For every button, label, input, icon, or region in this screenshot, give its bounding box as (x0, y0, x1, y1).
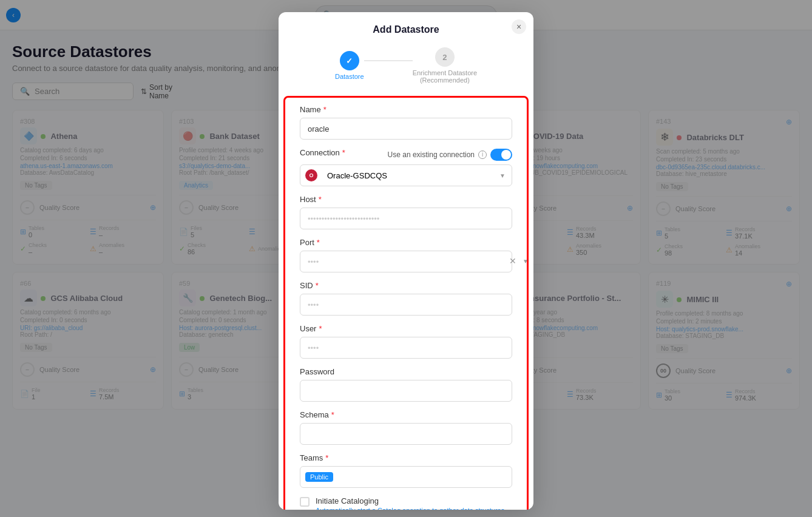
schema-label: Schema * (300, 410, 512, 419)
info-icon[interactable]: i (478, 150, 487, 159)
teams-chevron-down-icon[interactable]: ▼ (523, 258, 529, 265)
use-existing-toggle[interactable] (490, 149, 512, 161)
modal-title: Add Datastore (279, 12, 533, 35)
sid-form-group: SID * (300, 281, 512, 316)
modal-overlay: × Add Datastore ✓ Datastore 2 Enrichment… (0, 0, 812, 517)
step-2-label: Enrichment Datastore(Recommended) (413, 69, 477, 84)
password-form-group: Password (300, 367, 512, 402)
teams-required-star: * (325, 453, 328, 462)
teams-input[interactable]: Public ✕ ▼ (300, 466, 512, 488)
public-tag: Public (305, 472, 333, 482)
initiate-cataloging-checkbox[interactable] (300, 497, 310, 507)
close-icon-label: × (516, 22, 521, 32)
user-input[interactable] (300, 337, 512, 359)
teams-tag-label: Public (310, 473, 328, 481)
clear-teams-button[interactable]: ✕ (509, 256, 516, 266)
add-datastore-modal: × Add Datastore ✓ Datastore 2 Enrichment… (279, 12, 533, 510)
step-2-enrichment[interactable]: 2 Enrichment Datastore(Recommended) (413, 47, 477, 84)
host-input[interactable] (300, 208, 512, 229)
initiate-cataloging-content: Initiate Cataloging Automatically start … (316, 496, 512, 510)
teams-form-group: Teams * Public ✕ ▼ (300, 453, 512, 488)
password-label: Password (300, 367, 512, 376)
step-1-datastore[interactable]: ✓ Datastore (335, 51, 364, 80)
step-2-circle: 2 (435, 47, 455, 67)
name-input[interactable] (300, 118, 512, 140)
step-1-circle: ✓ (340, 51, 359, 70)
connection-value-text: Oracle-GSDCQS (327, 171, 387, 180)
connection-label: Connection * (300, 148, 345, 157)
stepper: ✓ Datastore 2 Enrichment Datastore(Recom… (279, 35, 533, 96)
modal-form-body: Name * Connection * Use an existing conn… (283, 96, 529, 510)
step-line (364, 60, 413, 61)
host-required-star: * (319, 195, 322, 204)
port-form-group: Port * (300, 238, 512, 272)
host-form-group: Host * (300, 195, 512, 229)
connection-select[interactable]: O Oracle-GSDCQS ▼ (300, 164, 512, 186)
sid-label: SID * (300, 281, 512, 290)
oracle-icon: O (305, 169, 317, 181)
name-form-group: Name * (300, 98, 512, 140)
port-required-star: * (317, 238, 320, 247)
port-label: Port * (300, 238, 512, 247)
password-input[interactable] (300, 380, 512, 402)
schema-required-star: * (331, 410, 334, 419)
name-required-star: * (323, 105, 326, 114)
connection-form-group: Connection * Use an existing connection … (300, 148, 512, 186)
use-existing-label: Use an existing connection (388, 150, 475, 159)
modal-close-button[interactable]: × (512, 19, 526, 34)
connection-required-star: * (342, 148, 345, 157)
use-existing-toggle-row: Use an existing connection i (388, 149, 512, 161)
sid-input[interactable] (300, 294, 512, 316)
sid-required-star: * (316, 281, 319, 290)
port-input[interactable] (300, 251, 512, 272)
user-label: User * (300, 324, 512, 333)
select-chevron-down-icon: ▼ (499, 172, 506, 179)
step-1-label: Datastore (335, 73, 364, 80)
host-label: Host * (300, 195, 512, 204)
schema-form-group: Schema * (300, 410, 512, 445)
user-form-group: User * (300, 324, 512, 359)
name-label: Name * (300, 105, 512, 114)
teams-label: Teams * (300, 453, 512, 462)
initiate-cataloging-row: Initiate Cataloging Automatically start … (300, 496, 512, 510)
user-required-star: * (319, 324, 322, 333)
schema-input[interactable] (300, 423, 512, 445)
page-background: ‹ 🔍 Search data... Source Datastores Con… (0, 0, 812, 517)
connection-select-wrapper: O Oracle-GSDCQS ▼ (300, 164, 512, 186)
initiate-cataloging-desc: Automatically start a Catalog operation … (316, 507, 512, 510)
initiate-cataloging-label: Initiate Cataloging (316, 496, 512, 505)
